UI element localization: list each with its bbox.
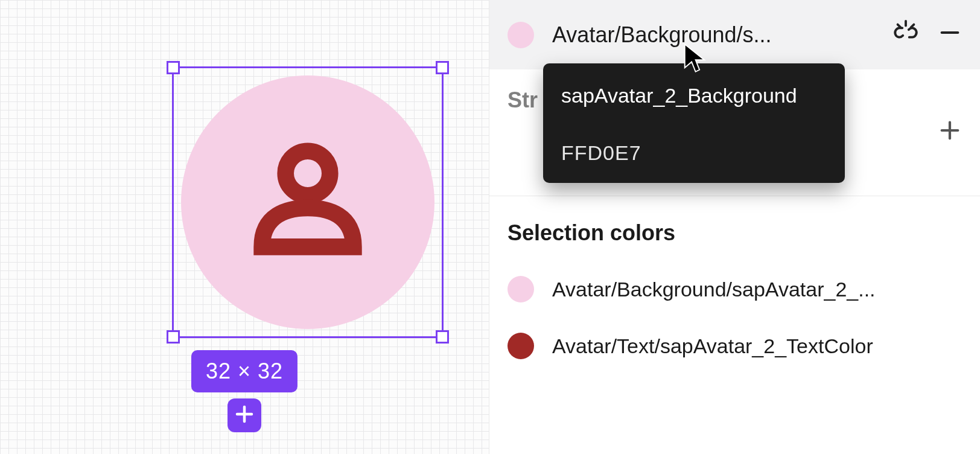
selection-colors-title: Selection colors xyxy=(508,220,962,246)
resize-handle-top-right[interactable] xyxy=(436,61,449,74)
tooltip-title: sapAvatar_2_Background xyxy=(561,84,827,107)
resize-handle-bottom-right[interactable] xyxy=(436,330,449,344)
selection-color-swatch[interactable] xyxy=(508,276,534,302)
add-stroke-button[interactable] xyxy=(938,118,962,147)
dimensions-badge: 32 × 32 xyxy=(191,350,298,392)
selection-color-label: Avatar/Background/sapAvatar_2_... xyxy=(552,278,962,301)
selection-colors-section: Selection colors Avatar/Background/sapAv… xyxy=(489,196,980,408)
svg-line-4 xyxy=(898,24,901,27)
plus-icon xyxy=(234,403,255,427)
fill-color-row[interactable]: Avatar/Background/s... xyxy=(489,0,980,69)
selection-color-label: Avatar/Text/sapAvatar_2_TextColor xyxy=(552,334,962,358)
detach-style-button[interactable] xyxy=(892,19,920,51)
selection-color-row[interactable]: Avatar/Background/sapAvatar_2_... xyxy=(508,276,962,302)
detach-style-icon xyxy=(892,19,920,51)
selection-color-row[interactable]: Avatar/Text/sapAvatar_2_TextColor xyxy=(508,333,962,359)
resize-handle-bottom-left[interactable] xyxy=(167,330,180,344)
minus-icon xyxy=(938,21,962,50)
variable-tooltip: sapAvatar_2_Background FFD0E7 xyxy=(543,63,845,183)
person-icon xyxy=(238,132,377,273)
plus-icon xyxy=(938,118,962,147)
selection-frame[interactable] xyxy=(172,66,444,338)
add-element-button[interactable] xyxy=(228,398,261,432)
avatar-component[interactable] xyxy=(181,75,434,329)
tooltip-value: FFD0E7 xyxy=(561,141,827,165)
design-canvas[interactable]: 32 × 32 xyxy=(0,0,489,454)
selection-color-swatch[interactable] xyxy=(508,333,534,359)
stroke-section-title: Str xyxy=(508,88,538,113)
svg-point-0 xyxy=(285,151,330,196)
svg-line-5 xyxy=(911,24,914,27)
remove-fill-button[interactable] xyxy=(938,21,962,50)
fill-swatch[interactable] xyxy=(508,22,534,48)
fill-variable-name: Avatar/Background/s... xyxy=(552,22,874,48)
resize-handle-top-left[interactable] xyxy=(167,61,180,74)
